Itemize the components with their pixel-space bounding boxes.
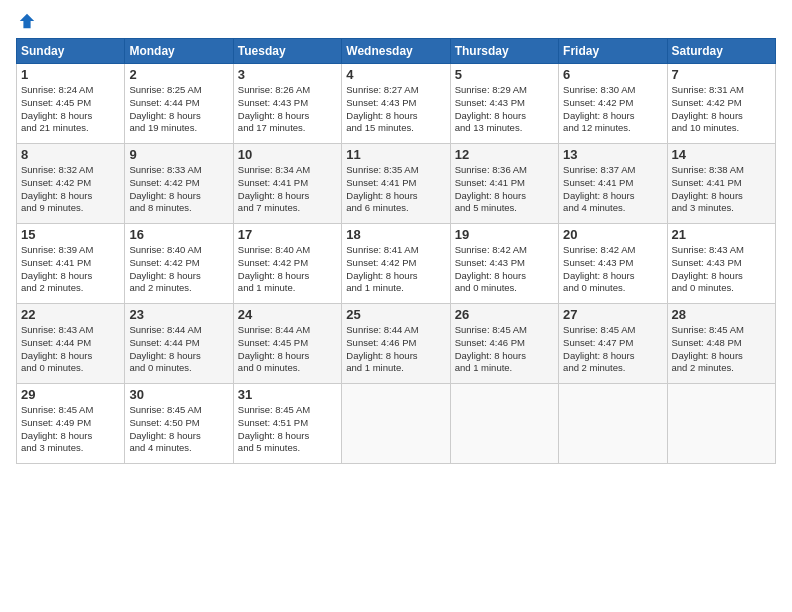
day-info: Sunrise: 8:42 AM Sunset: 4:43 PM Dayligh…	[563, 244, 662, 295]
week-row-5: 29Sunrise: 8:45 AM Sunset: 4:49 PM Dayli…	[17, 384, 776, 464]
day-cell: 30Sunrise: 8:45 AM Sunset: 4:50 PM Dayli…	[125, 384, 233, 464]
day-cell: 2Sunrise: 8:25 AM Sunset: 4:44 PM Daylig…	[125, 64, 233, 144]
day-info: Sunrise: 8:45 AM Sunset: 4:50 PM Dayligh…	[129, 404, 228, 455]
day-number: 15	[21, 227, 120, 242]
col-header-monday: Monday	[125, 39, 233, 64]
day-cell: 14Sunrise: 8:38 AM Sunset: 4:41 PM Dayli…	[667, 144, 775, 224]
day-number: 31	[238, 387, 337, 402]
day-cell	[342, 384, 450, 464]
col-header-saturday: Saturday	[667, 39, 775, 64]
day-number: 29	[21, 387, 120, 402]
day-cell: 31Sunrise: 8:45 AM Sunset: 4:51 PM Dayli…	[233, 384, 341, 464]
day-number: 14	[672, 147, 771, 162]
day-number: 24	[238, 307, 337, 322]
day-cell: 8Sunrise: 8:32 AM Sunset: 4:42 PM Daylig…	[17, 144, 125, 224]
day-number: 4	[346, 67, 445, 82]
day-info: Sunrise: 8:45 AM Sunset: 4:51 PM Dayligh…	[238, 404, 337, 455]
day-number: 12	[455, 147, 554, 162]
day-number: 30	[129, 387, 228, 402]
week-row-4: 22Sunrise: 8:43 AM Sunset: 4:44 PM Dayli…	[17, 304, 776, 384]
logo-icon	[18, 12, 36, 30]
day-cell: 3Sunrise: 8:26 AM Sunset: 4:43 PM Daylig…	[233, 64, 341, 144]
day-number: 17	[238, 227, 337, 242]
day-cell: 24Sunrise: 8:44 AM Sunset: 4:45 PM Dayli…	[233, 304, 341, 384]
header-row: SundayMondayTuesdayWednesdayThursdayFrid…	[17, 39, 776, 64]
day-cell: 22Sunrise: 8:43 AM Sunset: 4:44 PM Dayli…	[17, 304, 125, 384]
day-cell: 12Sunrise: 8:36 AM Sunset: 4:41 PM Dayli…	[450, 144, 558, 224]
svg-marker-0	[20, 14, 34, 28]
day-info: Sunrise: 8:30 AM Sunset: 4:42 PM Dayligh…	[563, 84, 662, 135]
day-number: 23	[129, 307, 228, 322]
day-info: Sunrise: 8:29 AM Sunset: 4:43 PM Dayligh…	[455, 84, 554, 135]
day-cell	[450, 384, 558, 464]
day-info: Sunrise: 8:45 AM Sunset: 4:49 PM Dayligh…	[21, 404, 120, 455]
day-cell: 5Sunrise: 8:29 AM Sunset: 4:43 PM Daylig…	[450, 64, 558, 144]
day-cell: 7Sunrise: 8:31 AM Sunset: 4:42 PM Daylig…	[667, 64, 775, 144]
day-info: Sunrise: 8:42 AM Sunset: 4:43 PM Dayligh…	[455, 244, 554, 295]
day-info: Sunrise: 8:31 AM Sunset: 4:42 PM Dayligh…	[672, 84, 771, 135]
day-number: 2	[129, 67, 228, 82]
week-row-2: 8Sunrise: 8:32 AM Sunset: 4:42 PM Daylig…	[17, 144, 776, 224]
day-info: Sunrise: 8:44 AM Sunset: 4:45 PM Dayligh…	[238, 324, 337, 375]
day-number: 28	[672, 307, 771, 322]
day-info: Sunrise: 8:38 AM Sunset: 4:41 PM Dayligh…	[672, 164, 771, 215]
day-info: Sunrise: 8:27 AM Sunset: 4:43 PM Dayligh…	[346, 84, 445, 135]
day-info: Sunrise: 8:32 AM Sunset: 4:42 PM Dayligh…	[21, 164, 120, 215]
day-cell: 18Sunrise: 8:41 AM Sunset: 4:42 PM Dayli…	[342, 224, 450, 304]
day-number: 21	[672, 227, 771, 242]
day-number: 18	[346, 227, 445, 242]
day-cell: 4Sunrise: 8:27 AM Sunset: 4:43 PM Daylig…	[342, 64, 450, 144]
day-cell	[559, 384, 667, 464]
col-header-friday: Friday	[559, 39, 667, 64]
day-cell: 6Sunrise: 8:30 AM Sunset: 4:42 PM Daylig…	[559, 64, 667, 144]
day-cell: 15Sunrise: 8:39 AM Sunset: 4:41 PM Dayli…	[17, 224, 125, 304]
day-number: 11	[346, 147, 445, 162]
col-header-tuesday: Tuesday	[233, 39, 341, 64]
day-number: 9	[129, 147, 228, 162]
day-info: Sunrise: 8:44 AM Sunset: 4:46 PM Dayligh…	[346, 324, 445, 375]
day-number: 3	[238, 67, 337, 82]
day-cell: 28Sunrise: 8:45 AM Sunset: 4:48 PM Dayli…	[667, 304, 775, 384]
day-cell: 21Sunrise: 8:43 AM Sunset: 4:43 PM Dayli…	[667, 224, 775, 304]
day-cell: 16Sunrise: 8:40 AM Sunset: 4:42 PM Dayli…	[125, 224, 233, 304]
day-info: Sunrise: 8:43 AM Sunset: 4:43 PM Dayligh…	[672, 244, 771, 295]
day-number: 27	[563, 307, 662, 322]
day-cell: 23Sunrise: 8:44 AM Sunset: 4:44 PM Dayli…	[125, 304, 233, 384]
day-info: Sunrise: 8:41 AM Sunset: 4:42 PM Dayligh…	[346, 244, 445, 295]
day-cell: 13Sunrise: 8:37 AM Sunset: 4:41 PM Dayli…	[559, 144, 667, 224]
col-header-sunday: Sunday	[17, 39, 125, 64]
day-cell: 11Sunrise: 8:35 AM Sunset: 4:41 PM Dayli…	[342, 144, 450, 224]
logo	[16, 12, 36, 30]
day-cell: 1Sunrise: 8:24 AM Sunset: 4:45 PM Daylig…	[17, 64, 125, 144]
day-cell: 19Sunrise: 8:42 AM Sunset: 4:43 PM Dayli…	[450, 224, 558, 304]
day-cell: 26Sunrise: 8:45 AM Sunset: 4:46 PM Dayli…	[450, 304, 558, 384]
day-info: Sunrise: 8:45 AM Sunset: 4:47 PM Dayligh…	[563, 324, 662, 375]
calendar-table: SundayMondayTuesdayWednesdayThursdayFrid…	[16, 38, 776, 464]
day-number: 8	[21, 147, 120, 162]
day-info: Sunrise: 8:34 AM Sunset: 4:41 PM Dayligh…	[238, 164, 337, 215]
day-info: Sunrise: 8:25 AM Sunset: 4:44 PM Dayligh…	[129, 84, 228, 135]
week-row-3: 15Sunrise: 8:39 AM Sunset: 4:41 PM Dayli…	[17, 224, 776, 304]
day-info: Sunrise: 8:40 AM Sunset: 4:42 PM Dayligh…	[129, 244, 228, 295]
day-number: 25	[346, 307, 445, 322]
day-cell: 10Sunrise: 8:34 AM Sunset: 4:41 PM Dayli…	[233, 144, 341, 224]
day-info: Sunrise: 8:36 AM Sunset: 4:41 PM Dayligh…	[455, 164, 554, 215]
day-number: 7	[672, 67, 771, 82]
day-number: 16	[129, 227, 228, 242]
day-info: Sunrise: 8:39 AM Sunset: 4:41 PM Dayligh…	[21, 244, 120, 295]
day-number: 5	[455, 67, 554, 82]
logo-text	[16, 12, 36, 30]
day-number: 13	[563, 147, 662, 162]
day-info: Sunrise: 8:24 AM Sunset: 4:45 PM Dayligh…	[21, 84, 120, 135]
day-info: Sunrise: 8:37 AM Sunset: 4:41 PM Dayligh…	[563, 164, 662, 215]
page-container: SundayMondayTuesdayWednesdayThursdayFrid…	[0, 0, 792, 472]
day-number: 19	[455, 227, 554, 242]
day-cell: 25Sunrise: 8:44 AM Sunset: 4:46 PM Dayli…	[342, 304, 450, 384]
day-cell: 20Sunrise: 8:42 AM Sunset: 4:43 PM Dayli…	[559, 224, 667, 304]
day-cell: 27Sunrise: 8:45 AM Sunset: 4:47 PM Dayli…	[559, 304, 667, 384]
day-cell	[667, 384, 775, 464]
day-info: Sunrise: 8:44 AM Sunset: 4:44 PM Dayligh…	[129, 324, 228, 375]
day-info: Sunrise: 8:33 AM Sunset: 4:42 PM Dayligh…	[129, 164, 228, 215]
day-number: 10	[238, 147, 337, 162]
day-info: Sunrise: 8:40 AM Sunset: 4:42 PM Dayligh…	[238, 244, 337, 295]
